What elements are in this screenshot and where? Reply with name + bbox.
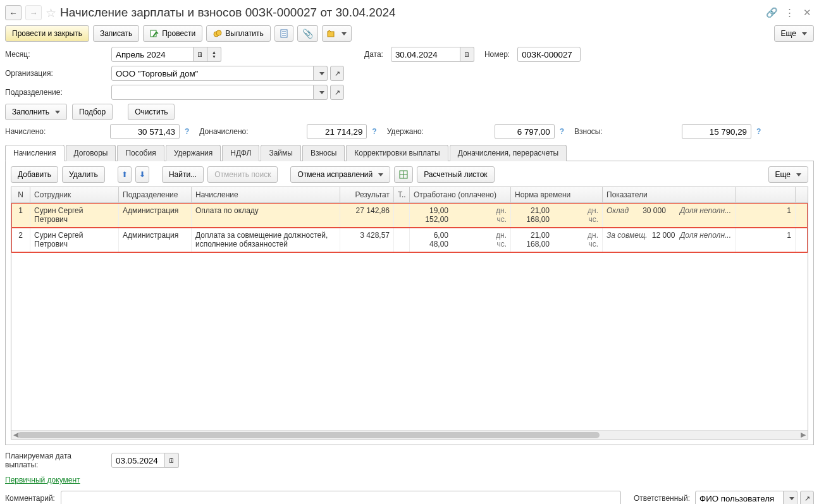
accrued-value[interactable] <box>110 124 180 139</box>
fill-button[interactable]: Заполнить <box>5 104 67 120</box>
plan-date-input[interactable] <box>111 453 165 468</box>
col-header-n[interactable]: N <box>11 187 30 202</box>
add-row-button[interactable]: Добавить <box>11 166 58 183</box>
cell-last: 1 <box>736 203 796 228</box>
organization-open-button[interactable]: ↗ <box>330 66 344 81</box>
month-input[interactable] <box>111 47 194 62</box>
more-button[interactable]: Еще <box>774 25 814 42</box>
tab-more-button[interactable]: Еще <box>768 166 808 183</box>
nav-back-button[interactable]: ← <box>5 5 22 20</box>
move-up-button[interactable]: ⬆ <box>118 166 132 183</box>
pay-button[interactable]: Выплатить <box>206 25 271 42</box>
move-down-button[interactable]: ⬇ <box>135 166 149 183</box>
cell-department: Администрация <box>119 228 192 252</box>
table-row[interactable]: 1 Сурин Сергей Петрович Администрация Оп… <box>11 203 808 228</box>
col-header-norm[interactable]: Норма времени <box>511 187 603 202</box>
responsible-input[interactable] <box>695 491 784 504</box>
department-input[interactable] <box>111 85 314 100</box>
tab-recalculations[interactable]: Доначисления, перерасчеты <box>450 145 567 161</box>
kebab-menu-icon[interactable]: ⋮ <box>782 6 796 20</box>
date-input[interactable] <box>391 47 460 62</box>
month-calendar-button[interactable]: 🗓 <box>194 47 207 62</box>
accrued-help-icon[interactable]: ? <box>185 127 189 136</box>
month-spinner[interactable]: ▲▼ <box>207 47 221 62</box>
cancel-corrections-label: Отмена исправлений <box>297 170 373 179</box>
department-dropdown-button[interactable] <box>314 85 328 100</box>
delete-row-button[interactable]: Удалить <box>62 166 105 183</box>
close-icon[interactable]: ✕ <box>800 6 814 20</box>
paperclip-icon: 📎 <box>302 28 313 39</box>
cell-n: 1 <box>11 203 30 228</box>
cell-t <box>394 228 410 252</box>
extra-accrued-help-icon[interactable]: ? <box>372 127 376 136</box>
window-title: Начисление зарплаты и взносов 00ЗК-00002… <box>60 6 761 20</box>
tab-deductions[interactable]: Удержания <box>166 145 221 161</box>
col-header-indicators[interactable]: Показатели <box>603 187 736 202</box>
extra-accrued-label: Доначислено: <box>199 127 300 136</box>
post-button[interactable]: Провести <box>143 25 202 42</box>
pay-button-label: Выплатить <box>225 29 264 38</box>
col-header-t[interactable]: Т.. <box>394 187 410 202</box>
number-input[interactable] <box>517 47 581 62</box>
grid-settings-button[interactable] <box>394 166 413 183</box>
col-header-last[interactable] <box>736 187 796 202</box>
tab-benefits[interactable]: Пособия <box>117 145 164 161</box>
organization-label: Организация: <box>5 69 106 78</box>
scroll-thumb[interactable] <box>18 432 600 438</box>
date-calendar-button[interactable]: 🗓 <box>460 47 474 62</box>
grid-icon <box>399 170 408 179</box>
accruals-grid: N Сотрудник Подразделение Начисление Рез… <box>11 187 808 439</box>
cell-last: 1 <box>736 228 796 252</box>
cell-employee: Сурин Сергей Петрович <box>30 228 119 252</box>
tab-ndfl[interactable]: НДФЛ <box>222 145 259 161</box>
table-row[interactable]: 2 Сурин Сергей Петрович Администрация До… <box>11 228 808 252</box>
withheld-help-icon[interactable]: ? <box>560 127 564 136</box>
col-header-worked[interactable]: Отработано (оплачено) <box>410 187 511 202</box>
create-based-button[interactable] <box>322 25 352 42</box>
link-icon[interactable]: 🔗 <box>765 6 779 20</box>
arrow-up-icon: ⬆ <box>121 170 128 179</box>
plan-date-calendar-button[interactable]: 🗓 <box>165 453 179 468</box>
contributions-value[interactable] <box>682 124 751 139</box>
extra-accrued-value[interactable] <box>307 124 367 139</box>
tab-loans[interactable]: Займы <box>261 145 301 161</box>
open-icon: ↗ <box>335 70 340 78</box>
report-button[interactable] <box>274 25 293 42</box>
attach-button[interactable]: 📎 <box>297 25 318 42</box>
responsible-dropdown-button[interactable] <box>784 491 797 504</box>
col-header-department[interactable]: Подразделение <box>119 187 192 202</box>
scroll-right-icon[interactable]: ▶ <box>799 431 808 439</box>
payslip-button[interactable]: Расчетный листок <box>417 166 494 183</box>
month-label: Месяц: <box>5 50 106 59</box>
cell-accrual: Доплата за совмещение должностей, исполн… <box>192 228 340 252</box>
primary-document-link[interactable]: Первичный документ <box>5 476 80 484</box>
contributions-help-icon[interactable]: ? <box>756 127 761 136</box>
post-and-close-button[interactable]: Провести и закрыть <box>5 25 89 42</box>
tab-accruals[interactable]: Начисления <box>5 145 65 161</box>
tab-contributions[interactable]: Взносы <box>302 145 345 161</box>
svg-point-2 <box>216 30 221 35</box>
favorite-star-icon[interactable]: ☆ <box>46 6 56 20</box>
organization-input[interactable] <box>111 66 314 81</box>
comment-input[interactable] <box>61 491 621 504</box>
chevron-down-icon <box>796 173 801 176</box>
col-header-result[interactable]: Результат <box>340 187 394 202</box>
cancel-corrections-button[interactable]: Отмена исправлений <box>290 166 390 183</box>
grid-h-scrollbar[interactable]: ◀ ▶ <box>11 430 808 439</box>
tab-payment-corrections[interactable]: Корректировки выплаты <box>346 145 448 161</box>
calendar-icon: 🗓 <box>197 51 204 58</box>
find-button[interactable]: Найти... <box>162 166 204 183</box>
responsible-open-button[interactable]: ↗ <box>800 491 814 504</box>
clear-button[interactable]: Очистить <box>128 104 175 120</box>
calendar-icon: 🗓 <box>168 457 175 464</box>
col-header-accrual[interactable]: Начисление <box>192 187 340 202</box>
tab-contracts[interactable]: Договоры <box>66 145 116 161</box>
save-button[interactable]: Записать <box>93 25 139 42</box>
date-label: Дата: <box>364 50 383 59</box>
organization-dropdown-button[interactable] <box>314 66 328 81</box>
department-open-button[interactable]: ↗ <box>330 85 344 100</box>
nav-forward-button: → <box>25 5 42 20</box>
withheld-value[interactable] <box>495 124 555 139</box>
col-header-employee[interactable]: Сотрудник <box>30 187 119 202</box>
pick-button[interactable]: Подбор <box>72 104 113 120</box>
